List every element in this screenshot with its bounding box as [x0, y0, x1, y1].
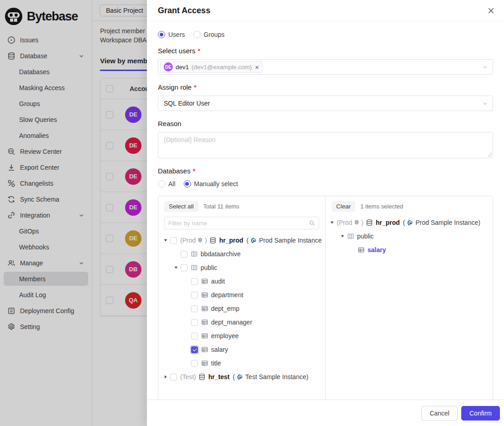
caret-spacer — [172, 250, 180, 258]
filter-input[interactable] — [168, 220, 306, 227]
tree-checkbox[interactable] — [191, 346, 198, 353]
radio-manually-select[interactable]: Manually select — [184, 180, 238, 188]
caret-down-icon[interactable] — [339, 233, 346, 240]
tree-node-employee[interactable]: employee — [158, 329, 325, 343]
dialog-body: Users Groups Select users* DE dev1 (dev1… — [147, 21, 504, 400]
table-icon — [201, 291, 208, 299]
node-name: public — [357, 233, 374, 240]
database-tree: (Prod)hr_prod(Prod Sample Instancebbdata… — [158, 233, 325, 384]
reason-textarea[interactable]: (Optional) Reason — [158, 132, 493, 158]
database-scope-radios: All Manually select — [158, 180, 493, 188]
node-name: hr_prod — [376, 219, 400, 226]
chevron-down-icon — [482, 64, 488, 70]
tree-node-salary[interactable]: salary — [158, 343, 325, 356]
select-users-label: Select users* — [158, 47, 493, 55]
close-icon[interactable] — [486, 5, 496, 15]
table-icon — [201, 332, 208, 340]
tree-node-hr-test[interactable]: (Test)hr_test(Test Sample Instance) — [158, 370, 325, 384]
radio-all-control[interactable] — [158, 180, 165, 188]
radio-all-databases[interactable]: All — [158, 180, 176, 188]
dialog-title: Grant Access — [158, 6, 210, 15]
pg-icon — [250, 237, 257, 244]
tree-node-salary[interactable]: salary — [326, 243, 493, 257]
dialog-header: Grant Access — [147, 0, 504, 21]
database-icon — [366, 219, 373, 226]
caret-spacer — [183, 346, 190, 353]
reason-placeholder: (Optional) Reason — [164, 136, 216, 143]
assign-role-select[interactable]: SQL Editor User — [158, 96, 493, 111]
caret-spacer — [349, 246, 357, 254]
node-name: audit — [211, 278, 225, 285]
required-asterisk: * — [194, 83, 197, 91]
radio-manually-select-control[interactable] — [184, 180, 191, 188]
select-all-button[interactable]: Select all — [164, 201, 198, 212]
assign-role-label: Assign role* — [158, 83, 493, 91]
instance-label: (Test Sample Instance) — [233, 373, 308, 380]
pg-icon — [407, 219, 413, 226]
total-items-label: Total 11 items — [203, 203, 239, 210]
dialog-footer: Cancel Confirm — [147, 400, 504, 426]
tree-checkbox[interactable] — [170, 374, 177, 380]
confirm-button[interactable]: Confirm — [461, 406, 500, 421]
schema-icon — [191, 264, 198, 271]
radio-users-control[interactable] — [158, 31, 165, 38]
node-name: hr_test — [208, 373, 230, 380]
resize-grip[interactable] — [487, 152, 492, 157]
chevron-down-icon — [482, 101, 488, 106]
node-name: dept_emp — [211, 305, 239, 312]
required-asterisk: * — [193, 167, 196, 175]
tree-node-dept-emp[interactable]: dept_emp — [158, 302, 325, 315]
caret-down-icon[interactable] — [172, 264, 180, 271]
radio-groups[interactable]: Groups — [193, 31, 225, 38]
tree-checkbox[interactable] — [170, 237, 177, 244]
tree-checkbox[interactable] — [181, 251, 187, 258]
tree-node-public[interactable]: public — [326, 229, 493, 243]
tree-checkbox[interactable] — [191, 319, 198, 326]
caret-spacer — [183, 360, 190, 367]
tree-checkbox[interactable] — [191, 305, 198, 312]
database-picker-source-panel: Select all Total 11 items (Prod)hr_prod(… — [158, 196, 326, 400]
tree-node-bbdataarchive[interactable]: bbdataarchive — [158, 247, 325, 261]
caret-down-icon[interactable] — [162, 237, 169, 244]
tree-node-public[interactable]: public — [158, 261, 325, 274]
tree-node-audit[interactable]: audit — [158, 274, 325, 288]
environment-label: (Prod) — [180, 237, 207, 244]
cancel-button[interactable]: Cancel — [421, 406, 458, 421]
tree-checkbox[interactable] — [181, 264, 187, 271]
node-name: title — [211, 360, 221, 367]
shield-icon — [353, 219, 360, 226]
tree-checkbox[interactable] — [191, 333, 198, 340]
remove-tag-icon[interactable]: × — [255, 64, 259, 71]
required-asterisk: * — [198, 47, 201, 55]
caret-right-icon[interactable] — [162, 373, 169, 380]
selected-tree: (Prod)hr_prod(Prod Sample Instance)publi… — [326, 216, 493, 257]
node-name: hr_prod — [219, 237, 243, 244]
reason-label: Reason — [158, 120, 493, 127]
radio-groups-control[interactable] — [193, 31, 201, 38]
tree-checkbox[interactable] — [191, 278, 198, 285]
radio-users[interactable]: Users — [158, 31, 185, 38]
database-icon — [209, 237, 217, 244]
user-tag: DE dev1 (dev1@example.com) × — [160, 61, 262, 73]
tree-node-dept-manager[interactable]: dept_manager — [158, 315, 325, 329]
tree-checkbox[interactable] — [191, 292, 198, 299]
tree-node-hr-prod[interactable]: (Prod)hr_prod(Prod Sample Instance) — [326, 216, 493, 229]
clear-button[interactable]: Clear — [332, 201, 355, 212]
caret-spacer — [183, 332, 190, 340]
tree-node-hr-prod[interactable]: (Prod)hr_prod(Prod Sample Instance — [158, 233, 325, 247]
table-icon — [201, 305, 208, 312]
table-icon — [201, 278, 208, 285]
table-icon — [201, 346, 208, 353]
environment-label: (Prod) — [337, 219, 363, 226]
tree-node-title[interactable]: title — [158, 356, 325, 370]
schema-icon — [191, 250, 198, 258]
tree-node-department[interactable]: department — [158, 288, 325, 302]
caret-down-icon[interactable] — [328, 219, 336, 226]
filter-input-wrap — [164, 217, 319, 229]
node-name: bbdataarchive — [201, 250, 241, 258]
database-picker-selected-panel: Clear 1 items selected (Prod)hr_prod(Pro… — [326, 196, 493, 400]
select-users-input[interactable]: DE dev1 (dev1@example.com) × — [158, 59, 493, 75]
node-name: employee — [211, 332, 239, 340]
tree-checkbox[interactable] — [191, 360, 198, 367]
node-name: public — [201, 264, 217, 271]
